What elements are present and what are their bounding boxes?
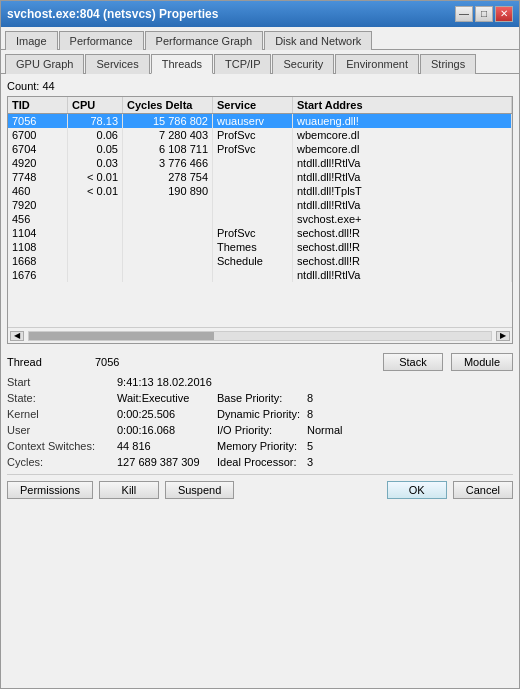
cell-start: sechost.dll!R [293,240,512,254]
minimize-button[interactable]: — [455,6,473,22]
cell-service: ProfSvc [213,142,293,156]
table-row[interactable]: 1668 Schedule sechost.dll!R [8,254,512,268]
cell-service: Schedule [213,254,293,268]
table-row[interactable]: 7920 ntdll.dll!RtlVa [8,198,512,212]
cycles-value: 127 689 387 309 [117,456,217,468]
scrollbar-track[interactable] [28,331,492,341]
start-row: Start 9:41:13 18.02.2016 [7,374,513,390]
user-label: User [7,424,117,436]
cell-cpu [68,212,123,226]
cell-service: Themes [213,240,293,254]
count-value: 44 [42,80,54,92]
table-row[interactable]: 7748 < 0.01 278 754 ntdll.dll!RtlVa [8,170,512,184]
cell-cycles [123,240,213,254]
cell-tid: 7920 [8,198,68,212]
cell-start: sechost.dll!R [293,254,512,268]
cell-cycles [123,226,213,240]
start-label: Start [7,376,117,388]
cell-cycles: 6 108 711 [123,142,213,156]
cell-cpu [68,198,123,212]
table-body[interactable]: 7056 78.13 15 786 802 wuauserv wuaueng.d… [8,114,512,327]
col-tid: TID [8,97,68,113]
cycles-label: Cycles: [7,456,117,468]
thread-details: Thread 7056 Stack Module Start 9:41:13 1… [7,344,513,682]
cell-cycles [123,198,213,212]
cell-start: ntdll.dll!RtlVa [293,198,512,212]
tab-environment[interactable]: Environment [335,54,419,74]
scrollbar-thumb[interactable] [29,332,214,340]
tab-performance-graph[interactable]: Performance Graph [145,31,264,50]
cycles-row: Cycles: 127 689 387 309 Ideal Processor:… [7,454,513,470]
table-row[interactable]: 7056 78.13 15 786 802 wuauserv wuaueng.d… [8,114,512,128]
table-row[interactable]: 6704 0.05 6 108 711 ProfSvc wbemcore.dl [8,142,512,156]
table-row[interactable]: 460 < 0.01 190 890 ntdll.dll!TplsT [8,184,512,198]
kernel-label: Kernel [7,408,117,420]
tab-services[interactable]: Services [85,54,149,74]
tab-tcpip[interactable]: TCP/IP [214,54,271,74]
tab-image[interactable]: Image [5,31,58,50]
window-title: svchost.exe:804 (netsvcs) Properties [7,7,218,21]
cell-start: ntdll.dll!RtlVa [293,156,512,170]
kill-button[interactable]: Kill [99,481,159,499]
separator [7,474,513,475]
table-row[interactable]: 4920 0.03 3 776 466 ntdll.dll!RtlVa [8,156,512,170]
state-value: Wait:Executive [117,392,217,404]
cell-tid: 7748 [8,170,68,184]
cell-service [213,268,293,282]
table-row[interactable]: 1108 Themes sechost.dll!R [8,240,512,254]
cell-start: sechost.dll!R [293,226,512,240]
scroll-right-arrow[interactable]: ▶ [496,331,510,341]
context-switches-label: Context Switches: [7,440,117,452]
start-value: 9:41:13 18.02.2016 [117,376,513,388]
content-area: Count: 44 TID CPU Cycles Delta Service S… [1,74,519,688]
permissions-button[interactable]: Permissions [7,481,93,499]
cell-cycles: 3 776 466 [123,156,213,170]
cell-cycles [123,212,213,226]
cell-cycles: 278 754 [123,170,213,184]
cell-cycles [123,268,213,282]
state-row: State: Wait:Executive Base Priority: 8 [7,390,513,406]
table-header: TID CPU Cycles Delta Service Start Addre… [8,97,512,114]
scroll-left-arrow[interactable]: ◀ [10,331,24,341]
tab-strings[interactable]: Strings [420,54,476,74]
cell-tid: 6704 [8,142,68,156]
cancel-button[interactable]: Cancel [453,481,513,499]
table-row[interactable]: 1104 ProfSvc sechost.dll!R [8,226,512,240]
tab-gpu-graph[interactable]: GPU Graph [5,54,84,74]
col-start: Start Addres [293,97,512,113]
cell-start: svchost.exe+ [293,212,512,226]
ok-button[interactable]: OK [387,481,447,499]
maximize-button[interactable]: □ [475,6,493,22]
close-button[interactable]: ✕ [495,6,513,22]
title-bar-buttons: — □ ✕ [455,6,513,22]
table-row[interactable]: 1676 ntdll.dll!RtlVa [8,268,512,282]
cell-service [213,170,293,184]
table-row[interactable]: 456 svchost.exe+ [8,212,512,226]
cell-service [213,212,293,226]
count-label: Count: [7,80,39,92]
cell-cycles: 15 786 802 [123,114,213,128]
tabs-row2: GPU Graph Services Threads TCP/IP Securi… [1,50,519,74]
ideal-processor-label: Ideal Processor: [217,456,307,468]
tab-threads[interactable]: Threads [151,54,213,74]
cell-tid: 6700 [8,128,68,142]
cell-start: wbemcore.dl [293,142,512,156]
horizontal-scrollbar[interactable]: ◀ ▶ [8,327,512,343]
tab-performance[interactable]: Performance [59,31,144,50]
col-cpu: CPU [68,97,123,113]
cell-service [213,156,293,170]
title-bar: svchost.exe:804 (netsvcs) Properties — □… [1,1,519,27]
col-service: Service [213,97,293,113]
tab-security[interactable]: Security [272,54,334,74]
module-button[interactable]: Module [451,353,513,371]
cell-tid: 4920 [8,156,68,170]
stack-button[interactable]: Stack [383,353,443,371]
suspend-button[interactable]: Suspend [165,481,234,499]
cell-cpu [68,254,123,268]
table-row[interactable]: 6700 0.06 7 280 403 ProfSvc wbemcore.dl [8,128,512,142]
tabs-row1: Image Performance Performance Graph Disk… [1,27,519,50]
memory-priority-value: 5 [307,440,313,452]
tab-disk-network[interactable]: Disk and Network [264,31,372,50]
cell-service: ProfSvc [213,128,293,142]
cell-start: ntdll.dll!RtlVa [293,170,512,184]
